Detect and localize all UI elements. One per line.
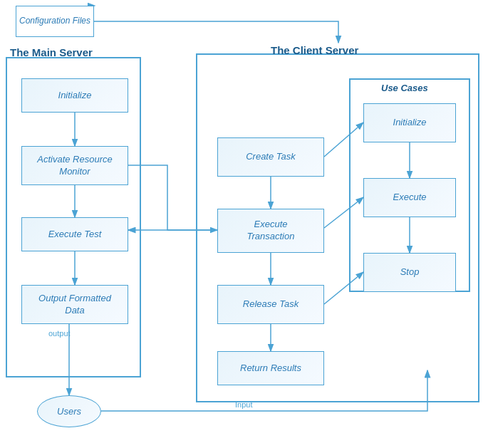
release-task-box: Release Task (217, 285, 324, 324)
uc-initialize-label: Initialize (393, 117, 427, 129)
config-files-label: Configuration Files (19, 16, 90, 27)
users-oval: Users (37, 395, 101, 427)
uc-initialize-box: Initialize (363, 103, 456, 142)
uc-stop-label: Stop (400, 266, 420, 278)
output-formatted-label: Output FormattedData (38, 293, 111, 317)
output-formatted-box: Output FormattedData (21, 285, 128, 324)
activate-resource-box: Activate ResourceMonitor (21, 146, 128, 185)
users-label: Users (57, 406, 81, 417)
diagram: Configuration Files The Main Server Init… (0, 0, 488, 448)
initialize-main-label: Initialize (58, 90, 92, 102)
execute-transaction-label: ExecuteTransaction (247, 219, 295, 243)
return-results-label: Return Results (240, 363, 301, 375)
create-task-label: Create Task (246, 151, 296, 163)
uc-stop-box: Stop (363, 253, 456, 292)
execute-test-box: Execute Test (21, 217, 128, 251)
execute-test-label: Execute Test (48, 229, 102, 241)
uc-execute-box: Execute (363, 178, 456, 217)
config-files-box: Configuration Files (16, 6, 94, 37)
release-task-label: Release Task (243, 298, 298, 311)
output-label: output (48, 329, 71, 338)
return-results-box: Return Results (217, 351, 324, 385)
input-label: Input (235, 400, 252, 409)
main-server-title: The Main Server (10, 46, 93, 58)
client-server-title: The Client Server (271, 44, 358, 56)
uc-execute-label: Execute (393, 192, 427, 204)
execute-transaction-box: ExecuteTransaction (217, 209, 324, 253)
use-cases-title: Use Cases (381, 83, 428, 93)
create-task-box: Create Task (217, 137, 324, 177)
activate-resource-label: Activate ResourceMonitor (37, 154, 113, 178)
initialize-main-box: Initialize (21, 78, 128, 113)
